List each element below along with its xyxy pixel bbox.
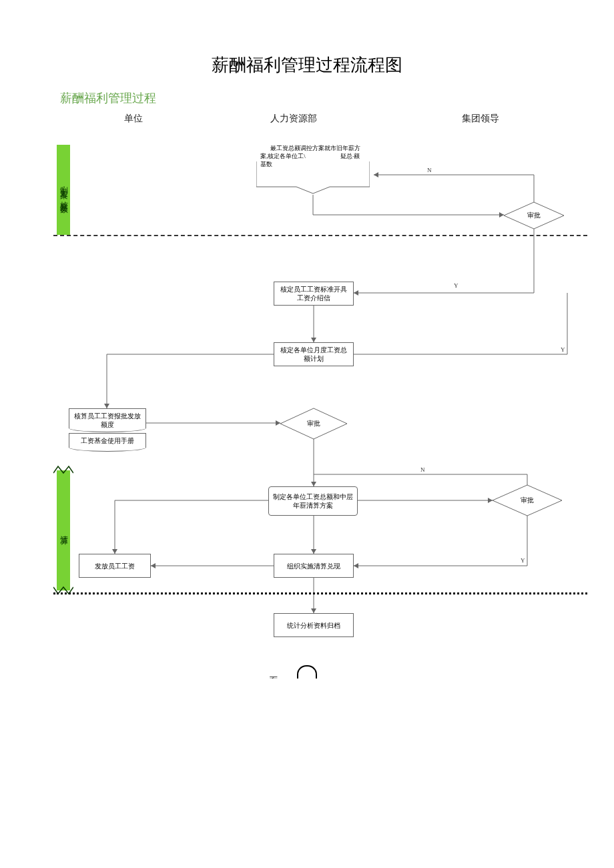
svg-marker-24 <box>488 498 493 503</box>
section-subtitle: 薪酬福利管理过程 <box>0 90 614 113</box>
svg-marker-34 <box>151 563 156 568</box>
svg-marker-32 <box>112 549 117 554</box>
col-hr: 人力资源部 <box>200 113 387 125</box>
flowchart-diagram: 制定方案，核定基数 清算 最工资总额调控方案就市旧年薪方 案,核定各单位工\ 疑… <box>0 145 614 679</box>
edge-y-2: Y <box>521 557 525 564</box>
svg-marker-13 <box>311 338 316 342</box>
footnote-char: 洲 <box>268 676 280 679</box>
edge-n-2: N <box>420 466 425 473</box>
footnote-shape <box>297 665 317 679</box>
dotline-2 <box>53 592 587 594</box>
col-leader: 集团领导 <box>387 113 574 125</box>
edge-y-loop: Y <box>561 346 565 353</box>
edge-y-1: Y <box>454 282 458 289</box>
svg-marker-22 <box>311 482 316 486</box>
svg-marker-18 <box>104 404 109 408</box>
column-headers: 单位 人力资源部 集团领导 <box>67 113 601 145</box>
svg-marker-20 <box>276 420 280 426</box>
svg-marker-29 <box>354 563 358 568</box>
svg-marker-11 <box>354 290 358 296</box>
svg-marker-36 <box>311 549 316 554</box>
connectors-main <box>0 145 614 652</box>
col-unit: 单位 <box>67 113 200 125</box>
svg-marker-38 <box>311 608 316 613</box>
document-title: 薪酬福利管理过程流程图 <box>0 0 614 90</box>
